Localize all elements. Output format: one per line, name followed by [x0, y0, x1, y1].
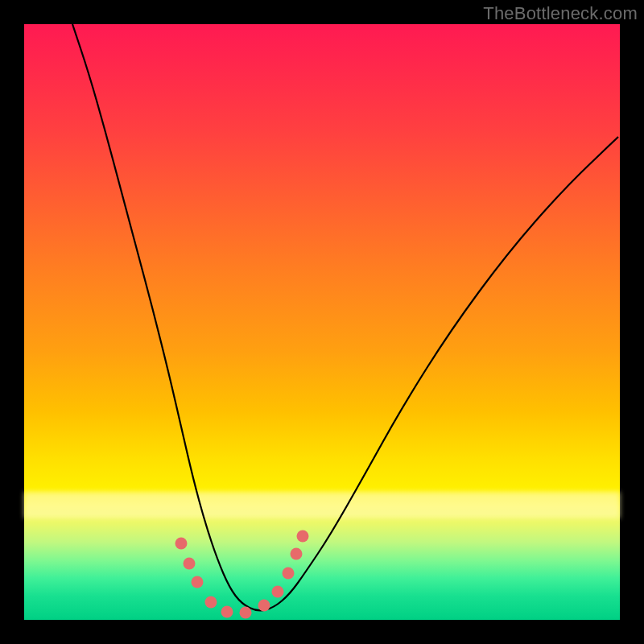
- attribution-text: TheBottleneck.com: [483, 3, 638, 24]
- plot-area: [24, 24, 620, 620]
- highlight-band: [24, 492, 620, 518]
